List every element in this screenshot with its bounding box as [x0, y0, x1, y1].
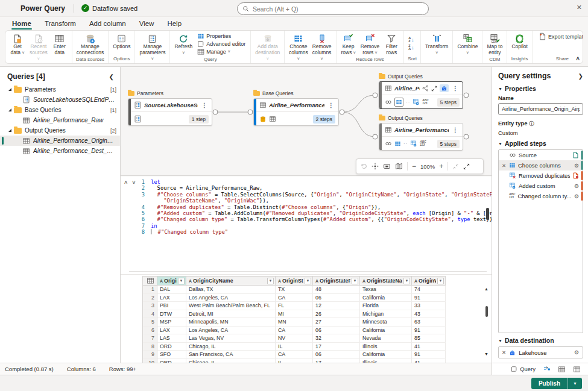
steps-count-badge[interactable]: 5 steps: [437, 98, 460, 107]
search-input[interactable]: [253, 5, 423, 13]
choose-columns-button[interactable]: Choose columns ˅: [287, 32, 309, 61]
diagram-node-airline-performance-raw[interactable]: Airline_Performance_Raw⋮2 steps: [253, 98, 339, 126]
table-cell[interactable]: TX: [276, 286, 313, 294]
applied-step-added-custom[interactable]: Added custom⚙: [499, 181, 583, 191]
properties-section-header[interactable]: ▼ Properties: [498, 85, 583, 92]
tree-item-airline-performance-raw[interactable]: Airline_Performance_Raw: [0, 115, 120, 125]
sort-descending-button[interactable]: ZA↓: [408, 45, 414, 51]
global-search-box[interactable]: [237, 2, 429, 15]
table-cell[interactable]: MSP: [157, 318, 186, 327]
table-cell[interactable]: San Francisco, CA: [186, 351, 276, 359]
remove-destination-icon[interactable]: ✕: [502, 349, 506, 355]
map-to-entity-button[interactable]: CDMMap to entity: [485, 32, 504, 56]
column-header-originstatename[interactable]: AOriginStateName▼: [360, 277, 412, 286]
table-row[interactable]: 3PBIWest Palm Beach/Palm Beach, FLFL12Fl…: [143, 302, 446, 310]
tab-add-column[interactable]: Add column: [83, 18, 132, 30]
table-cell[interactable]: 27: [313, 318, 360, 327]
table-cell[interactable]: CA: [276, 351, 313, 359]
steps-count-badge[interactable]: 2 steps: [313, 115, 335, 124]
scrollbar-handle[interactable]: [485, 306, 488, 317]
tree-item-airline-performance-dest-airports[interactable]: Airline_Performance_Dest_Airports: [0, 146, 120, 156]
table-corner-cell[interactable]: [143, 277, 157, 286]
mini-map-icon[interactable]: [395, 163, 403, 170]
advanced-editor-button[interactable]: Advanced editor: [196, 40, 247, 48]
refresh-button[interactable]: Refresh ˅: [172, 32, 194, 56]
code-line[interactable]: 7in: [121, 223, 483, 229]
keep-rows-button[interactable]: Keep rows ˅: [339, 32, 358, 56]
tab-home[interactable]: Home: [6, 18, 37, 30]
table-cell[interactable]: Minnesota: [360, 318, 412, 327]
step-settings-gear-icon[interactable]: ⚙: [574, 183, 579, 189]
column-header-originstate[interactable]: AOriginState▼: [276, 277, 313, 286]
grid-scrollbar[interactable]: ▲ ▼: [484, 287, 490, 357]
table-cell[interactable]: 32: [313, 334, 360, 343]
column-filter-icon[interactable]: ▼: [403, 278, 410, 284]
table-row[interactable]: 5MSPMinneapolis, MNMN27Minnesota63: [143, 318, 446, 327]
enter-data-button[interactable]: Enter data: [50, 32, 69, 61]
get-data-button[interactable]: Get data ˅: [8, 32, 27, 61]
column-filter-icon[interactable]: ▼: [305, 278, 311, 284]
node-menu-icon[interactable]: ⋮: [200, 102, 209, 108]
table-cell[interactable]: Chicago, IL: [186, 343, 276, 351]
table-cell[interactable]: California: [360, 294, 412, 302]
data-view-button[interactable]: [558, 366, 566, 373]
table-cell[interactable]: FL: [276, 302, 313, 310]
table-cell[interactable]: CA: [276, 294, 313, 302]
code-line[interactable]: 5 #"Added custom" = Table.AddColumn(#"Re…: [121, 210, 483, 216]
filter-rows-button[interactable]: Filter rows: [382, 32, 401, 56]
formula-script-editor[interactable]: ˄ ˅ 1let2 Source = Airline_Performance_R…: [121, 177, 492, 274]
table-cell[interactable]: NV: [276, 334, 313, 343]
applied-step-removed-duplicates[interactable]: Removed duplicates: [499, 170, 583, 181]
table-cell[interactable]: SFO: [157, 351, 186, 359]
column-filter-icon[interactable]: ▼: [352, 278, 358, 284]
table-cell[interactable]: 91: [412, 294, 446, 302]
delete-step-icon[interactable]: ✕: [501, 163, 507, 169]
table-cell[interactable]: 63: [412, 318, 446, 327]
applied-step-changed-column-ty-[interactable]: ABC123Changed column ty...⚙: [499, 191, 583, 201]
current-step-choose-columns-icon[interactable]: [394, 98, 403, 107]
column-filter-icon[interactable]: ▼: [267, 278, 274, 284]
table-cell[interactable]: DAL: [157, 286, 186, 294]
column-header-originstatefips[interactable]: AOriginStateFips▼: [313, 277, 360, 286]
query-name-input[interactable]: [498, 103, 583, 115]
table-cell[interactable]: LAX: [157, 327, 186, 335]
editor-scrollbar[interactable]: [486, 208, 489, 220]
remove-rows-button[interactable]: Remove rows ˅: [359, 32, 382, 56]
table-cell[interactable]: 26: [313, 310, 360, 319]
column-header-origincityname[interactable]: AOriginCityName▼: [186, 277, 276, 286]
table-cell[interactable]: MI: [276, 310, 313, 319]
zoom-in-icon[interactable]: +: [439, 162, 443, 170]
column-filter-icon[interactable]: ▼: [437, 278, 444, 284]
destination-settings-gear-icon[interactable]: ⚙: [574, 349, 579, 355]
table-cell[interactable]: West Palm Beach/Palm Beach, FL: [186, 302, 276, 310]
column-filter-icon[interactable]: ▼: [178, 278, 185, 284]
data-destination-row[interactable]: ✕ Lakehouse ⚙: [498, 346, 583, 358]
table-cell[interactable]: 33: [412, 302, 446, 310]
table-cell[interactable]: LAX: [157, 294, 186, 302]
tree-folder-output-queries[interactable]: Output Queries[2]: [0, 125, 120, 136]
close-icon[interactable]: ✕: [577, 4, 582, 11]
sort-ascending-button[interactable]: AZ↓: [408, 37, 414, 43]
table-row[interactable]: 1DALDallas, TXTX48Texas74: [143, 286, 446, 294]
table-cell[interactable]: 06: [313, 327, 360, 335]
tab-transform[interactable]: Transform: [39, 18, 82, 30]
tab-help[interactable]: Help: [161, 18, 188, 30]
table-cell[interactable]: DTW: [157, 310, 186, 319]
table-cell[interactable]: CA: [276, 327, 313, 335]
table-cell[interactable]: 85: [412, 334, 446, 343]
tree-item-airline-performance-origin-airports[interactable]: Airline_Performance_Origin_Airports: [0, 136, 120, 146]
table-cell[interactable]: 06: [313, 351, 360, 359]
code-line[interactable]: 4 #"Removed duplicates" = Table.Distinct…: [121, 204, 483, 210]
code-line[interactable]: 3 #"Choose columns" = Table.SelectColumn…: [121, 192, 483, 198]
column-header-origin[interactable]: AOrigin▼: [157, 277, 186, 286]
table-row[interactable]: 2LAXLos Angeles, CACA06California91: [143, 294, 446, 302]
column-header-originwac[interactable]: AOriginWac▼: [412, 277, 446, 286]
table-cell[interactable]: ORD: [157, 343, 186, 351]
center-diagram-icon[interactable]: [371, 163, 379, 170]
data-destination-section-header[interactable]: ▼ Data destination: [498, 337, 583, 344]
node-menu-icon[interactable]: ⋮: [451, 85, 460, 92]
table-cell[interactable]: Detroit, MI: [186, 310, 276, 319]
ribbon-collapse-icon[interactable]: ˄: [576, 55, 580, 62]
tree-folder-base-queries[interactable]: Base Queries[1]: [0, 105, 120, 115]
table-row[interactable]: 6LAXLos Angeles, CACA06California91: [143, 327, 446, 335]
